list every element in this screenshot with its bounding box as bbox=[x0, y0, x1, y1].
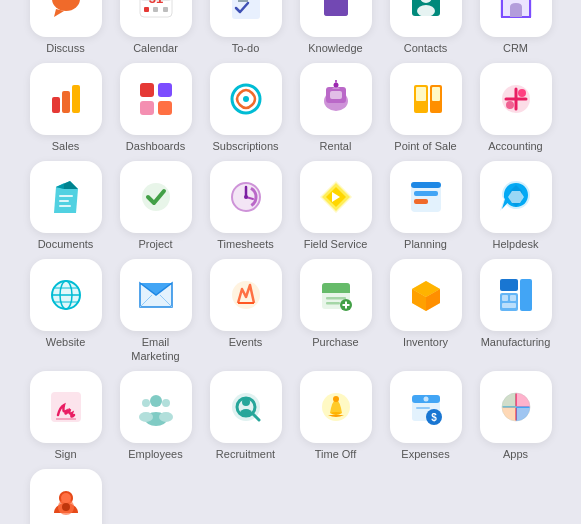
svg-rect-92 bbox=[502, 295, 508, 301]
helpdesk-label: Helpdesk bbox=[493, 238, 539, 251]
svg-rect-6 bbox=[153, 7, 158, 12]
app-subscriptions[interactable]: Subscriptions bbox=[206, 63, 286, 153]
svg-rect-25 bbox=[52, 97, 60, 113]
svg-point-119 bbox=[62, 503, 70, 511]
website-label: Website bbox=[46, 336, 86, 349]
svg-rect-27 bbox=[72, 85, 80, 113]
app-crm[interactable]: CRM bbox=[476, 0, 556, 55]
svg-point-21 bbox=[417, 5, 435, 17]
svg-rect-80 bbox=[326, 297, 346, 300]
timesheets-icon bbox=[210, 161, 282, 233]
app-discuss[interactable]: Discuss bbox=[26, 0, 106, 55]
crm-label: CRM bbox=[503, 42, 528, 55]
svg-rect-26 bbox=[62, 91, 70, 113]
svg-rect-31 bbox=[158, 101, 172, 115]
app-emailmarketing[interactable]: Email Marketing bbox=[116, 259, 196, 362]
emailmarketing-label: Email Marketing bbox=[118, 336, 194, 362]
svg-point-109 bbox=[333, 396, 339, 402]
svg-point-37 bbox=[333, 83, 338, 88]
expenses-label: Expenses bbox=[401, 448, 449, 461]
app-sign[interactable]: Sign bbox=[26, 371, 106, 461]
pos-label: Point of Sale bbox=[394, 140, 456, 153]
manufacturing-icon bbox=[480, 259, 552, 331]
app-events[interactable]: Events bbox=[206, 259, 286, 362]
knowledge-icon bbox=[300, 0, 372, 37]
app-dashboards[interactable]: Dashboards bbox=[116, 63, 196, 153]
sign-icon bbox=[30, 371, 102, 443]
svg-rect-95 bbox=[51, 392, 81, 422]
pos-icon bbox=[390, 63, 462, 135]
app-contacts[interactable]: Contacts bbox=[386, 0, 466, 55]
sales-icon bbox=[30, 63, 102, 135]
app-recruitment[interactable]: Recruitment bbox=[206, 371, 286, 461]
todo-label: To-do bbox=[232, 42, 260, 55]
app-apps[interactable]: Apps bbox=[476, 371, 556, 461]
rental-label: Rental bbox=[320, 140, 352, 153]
svg-point-46 bbox=[518, 89, 526, 97]
svg-rect-90 bbox=[500, 279, 518, 291]
contacts-icon bbox=[390, 0, 462, 37]
app-manufacturing[interactable]: Manufacturing bbox=[476, 259, 556, 362]
purchase-label: Purchase bbox=[312, 336, 358, 349]
svg-rect-42 bbox=[432, 87, 440, 101]
svg-point-47 bbox=[506, 101, 514, 109]
svg-rect-36 bbox=[330, 91, 342, 99]
project-icon bbox=[120, 161, 192, 233]
app-sales[interactable]: Sales bbox=[26, 63, 106, 153]
accounting-label: Accounting bbox=[488, 140, 542, 153]
fieldservice-icon bbox=[300, 161, 372, 233]
settings-icon bbox=[30, 469, 102, 524]
app-todo[interactable]: To-do bbox=[206, 0, 286, 55]
svg-rect-29 bbox=[158, 83, 172, 97]
app-project[interactable]: Project bbox=[116, 161, 196, 251]
website-icon bbox=[30, 259, 102, 331]
app-employees[interactable]: Employees bbox=[116, 371, 196, 461]
documents-icon bbox=[30, 161, 102, 233]
calendar-label: Calendar bbox=[133, 42, 178, 55]
svg-rect-40 bbox=[416, 87, 426, 101]
app-fieldservice[interactable]: Field Service bbox=[296, 161, 376, 251]
app-accounting[interactable]: Accounting bbox=[476, 63, 556, 153]
inventory-icon bbox=[390, 259, 462, 331]
app-knowledge[interactable]: Knowledge bbox=[296, 0, 376, 55]
svg-point-100 bbox=[139, 412, 153, 422]
app-expenses[interactable]: $ Expenses bbox=[386, 371, 466, 461]
dashboards-icon bbox=[120, 63, 192, 135]
app-pos[interactable]: Point of Sale bbox=[386, 63, 466, 153]
contacts-label: Contacts bbox=[404, 42, 447, 55]
app-grid: Discuss 31 Calendar bbox=[6, 0, 576, 524]
app-timesheets[interactable]: Timesheets bbox=[206, 161, 286, 251]
app-timeoff[interactable]: Time Off bbox=[296, 371, 376, 461]
app-inventory[interactable]: Inventory bbox=[386, 259, 466, 362]
recruitment-label: Recruitment bbox=[216, 448, 275, 461]
svg-rect-63 bbox=[414, 199, 428, 204]
recruitment-icon bbox=[210, 371, 282, 443]
svg-line-105 bbox=[253, 414, 259, 420]
svg-point-101 bbox=[162, 399, 170, 407]
svg-rect-48 bbox=[59, 195, 73, 197]
employees-label: Employees bbox=[128, 448, 182, 461]
app-rental[interactable]: Rental bbox=[296, 63, 376, 153]
todo-icon bbox=[210, 0, 282, 37]
inventory-label: Inventory bbox=[403, 336, 448, 349]
emailmarketing-icon bbox=[120, 259, 192, 331]
svg-rect-7 bbox=[163, 7, 168, 12]
svg-text:31: 31 bbox=[148, 0, 162, 6]
purchase-icon bbox=[300, 259, 372, 331]
app-helpdesk[interactable]: Helpdesk bbox=[476, 161, 556, 251]
documents-label: Documents bbox=[38, 238, 94, 251]
svg-rect-64 bbox=[411, 182, 441, 188]
app-documents[interactable]: Documents bbox=[26, 161, 106, 251]
project-label: Project bbox=[138, 238, 172, 251]
app-purchase[interactable]: Purchase bbox=[296, 259, 376, 362]
fieldservice-label: Field Service bbox=[304, 238, 368, 251]
sign-label: Sign bbox=[54, 448, 76, 461]
svg-rect-81 bbox=[326, 302, 340, 305]
svg-point-106 bbox=[242, 398, 250, 406]
app-calendar[interactable]: 31 Calendar bbox=[116, 0, 196, 55]
app-settings[interactable]: Settings bbox=[26, 469, 106, 524]
svg-rect-5 bbox=[144, 7, 149, 12]
manufacturing-label: Manufacturing bbox=[481, 336, 551, 349]
app-website[interactable]: Website bbox=[26, 259, 106, 362]
app-planning[interactable]: Planning bbox=[386, 161, 466, 251]
